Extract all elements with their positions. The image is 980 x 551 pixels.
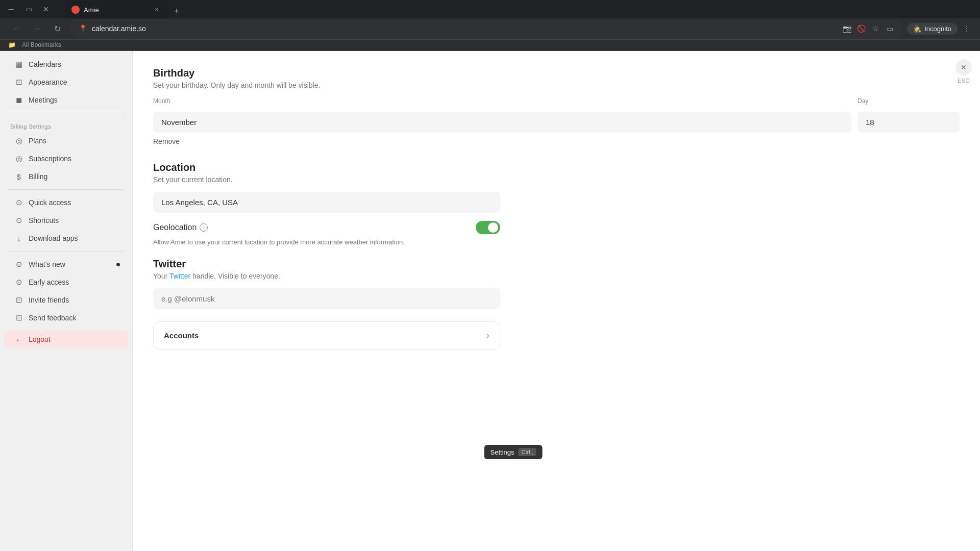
back-button[interactable]: ← bbox=[8, 20, 24, 37]
active-tab[interactable]: Amie × bbox=[65, 1, 167, 18]
close-window-button[interactable]: ✕ bbox=[39, 2, 53, 16]
browser-chrome: ─ ▭ ✕ Amie × + ← → ↻ 📍 calendar.amie.so … bbox=[0, 0, 980, 51]
tab-title: Amie bbox=[84, 6, 148, 14]
sidebar-item-label: Invite friends bbox=[29, 296, 69, 304]
address-bar[interactable]: 📍 calendar.amie.so 📷 🚫 ☆ ▭ bbox=[69, 19, 903, 38]
minimize-button[interactable]: ─ bbox=[4, 2, 18, 16]
address-icons: 📷 🚫 ☆ ▭ bbox=[842, 23, 895, 34]
reload-button[interactable]: ↻ bbox=[49, 20, 65, 37]
quick-access-icon: ⊙ bbox=[14, 198, 23, 207]
divider-1 bbox=[8, 113, 124, 113]
location-description: Set your current location. bbox=[153, 176, 960, 184]
sidebar-item-send-feedback[interactable]: ⊡ Send feedback bbox=[4, 309, 128, 327]
address-bar-row: ← → ↻ 📍 calendar.amie.so 📷 🚫 ☆ ▭ 🕵 Incog… bbox=[0, 18, 980, 40]
sidebar-item-label: Logout bbox=[29, 335, 51, 343]
window-controls: ─ ▭ ✕ bbox=[4, 2, 53, 16]
appearance-icon: ⊡ bbox=[14, 78, 23, 87]
day-input[interactable] bbox=[857, 112, 960, 133]
remove-birthday-link[interactable]: Remove bbox=[153, 137, 180, 145]
incognito-icon: 🕵 bbox=[913, 25, 921, 33]
tab-bar: Amie × + bbox=[61, 0, 188, 18]
twitter-section: Twitter Your Twitter handle. Visible to … bbox=[153, 258, 960, 309]
url-text: calendar.amie.so bbox=[92, 24, 838, 33]
twitter-title: Twitter bbox=[153, 258, 960, 270]
day-label: Day bbox=[857, 97, 960, 105]
tab-close-button[interactable]: × bbox=[152, 5, 161, 14]
sidebar-item-download-apps[interactable]: ↓ Download apps bbox=[4, 230, 128, 247]
subscriptions-icon: ◎ bbox=[14, 154, 23, 163]
location-icon: 📍 bbox=[78, 23, 88, 34]
geolocation-label: Geolocation i bbox=[153, 223, 208, 232]
birthday-title: Birthday bbox=[153, 67, 960, 79]
early-access-icon: ⊙ bbox=[14, 278, 23, 287]
profile-button[interactable]: 🕵 Incognito bbox=[907, 23, 958, 35]
new-tab-button[interactable]: + bbox=[169, 4, 184, 18]
main-content: ✕ ESC Birthday Set your birthday. Only d… bbox=[133, 51, 980, 551]
sidebar-item-label: Shortcuts bbox=[29, 216, 59, 224]
meetings-icon: ◼ bbox=[14, 95, 23, 105]
accounts-title: Accounts bbox=[164, 331, 199, 340]
download-icon: ↓ bbox=[14, 234, 23, 243]
sidebar-toggle-icon[interactable]: ▭ bbox=[885, 23, 895, 34]
maximize-button[interactable]: ▭ bbox=[21, 2, 36, 16]
star-icon[interactable]: ☆ bbox=[870, 23, 880, 34]
sidebar-item-billing[interactable]: $ Billing bbox=[4, 168, 128, 185]
bookmarks-bar: 📁 All Bookmarks bbox=[0, 40, 980, 51]
shortcuts-icon: ⊙ bbox=[14, 216, 23, 225]
sidebar-item-appearance[interactable]: ⊡ Appearance bbox=[4, 73, 128, 91]
month-input[interactable] bbox=[153, 112, 851, 133]
whats-new-icon: ⊙ bbox=[14, 260, 23, 269]
sidebar-item-shortcuts[interactable]: ⊙ Shortcuts bbox=[4, 212, 128, 229]
app-container: ▦ Calendars ⊡ Appearance ◼ Meetings Bill… bbox=[0, 51, 980, 551]
forward-button[interactable]: → bbox=[29, 20, 45, 37]
extensions-button[interactable]: ⋮ bbox=[962, 23, 972, 34]
billing-section-header: Billing Settings bbox=[0, 117, 132, 132]
chevron-right-icon: › bbox=[486, 330, 489, 341]
logout-icon: ← bbox=[14, 335, 23, 344]
sidebar-item-label: Early access bbox=[29, 278, 69, 286]
sidebar-item-label: What's new bbox=[29, 260, 65, 268]
tooltip-shortcut: Ctrl , bbox=[519, 448, 536, 456]
geolocation-description: Allow Amie to use your current location … bbox=[153, 238, 500, 246]
bookmarks-label: All Bookmarks bbox=[22, 41, 61, 48]
sidebar-item-label: Calendars bbox=[29, 60, 61, 68]
location-section: Location Set your current location. Geol… bbox=[153, 162, 960, 246]
birthday-description: Set your birthday. Only day and month wi… bbox=[153, 81, 960, 89]
sidebar-item-whats-new[interactable]: ⊙ What's new bbox=[4, 256, 128, 273]
geolocation-toggle[interactable] bbox=[476, 221, 500, 234]
sidebar-item-logout[interactable]: ← Logout bbox=[4, 331, 128, 348]
sidebar-item-label: Plans bbox=[29, 137, 46, 145]
close-button[interactable]: ✕ bbox=[955, 59, 972, 76]
tooltip-label: Settings bbox=[491, 448, 514, 456]
bookmarks-folder-icon: 📁 bbox=[8, 41, 16, 48]
invite-icon: ⊡ bbox=[14, 295, 23, 305]
close-label: ESC bbox=[958, 78, 970, 84]
plans-icon: ◎ bbox=[14, 136, 23, 145]
location-title: Location bbox=[153, 162, 960, 173]
twitter-input[interactable] bbox=[153, 288, 500, 309]
sidebar: ▦ Calendars ⊡ Appearance ◼ Meetings Bill… bbox=[0, 51, 133, 551]
camera-icon[interactable]: 📷 bbox=[842, 23, 852, 34]
sidebar-item-label: Send feedback bbox=[29, 314, 76, 322]
birthday-section: Birthday Set your birthday. Only day and… bbox=[153, 67, 960, 158]
month-label: Month bbox=[153, 97, 845, 105]
browser-titlebar: ─ ▭ ✕ Amie × + bbox=[0, 0, 980, 18]
sidebar-item-subscriptions[interactable]: ◎ Subscriptions bbox=[4, 150, 128, 167]
sidebar-item-meetings[interactable]: ◼ Meetings bbox=[4, 91, 128, 109]
sidebar-item-label: Billing bbox=[29, 172, 47, 181]
sidebar-item-invite-friends[interactable]: ⊡ Invite friends bbox=[4, 291, 128, 309]
sidebar-item-early-access[interactable]: ⊙ Early access bbox=[4, 273, 128, 291]
divider-3 bbox=[8, 251, 124, 252]
no-track-icon[interactable]: 🚫 bbox=[856, 23, 866, 34]
sidebar-item-label: Subscriptions bbox=[29, 155, 71, 163]
divider-2 bbox=[8, 189, 124, 190]
birthday-field-row bbox=[153, 112, 960, 133]
sidebar-item-plans[interactable]: ◎ Plans bbox=[4, 132, 128, 149]
sidebar-item-quick-access[interactable]: ⊙ Quick access bbox=[4, 194, 128, 211]
accounts-section[interactable]: Accounts › bbox=[153, 321, 500, 349]
notification-dot bbox=[116, 263, 120, 266]
twitter-link[interactable]: Twitter bbox=[169, 272, 190, 280]
sidebar-item-calendars[interactable]: ▦ Calendars bbox=[4, 56, 128, 73]
location-input[interactable] bbox=[153, 192, 500, 213]
info-icon[interactable]: i bbox=[200, 223, 208, 232]
